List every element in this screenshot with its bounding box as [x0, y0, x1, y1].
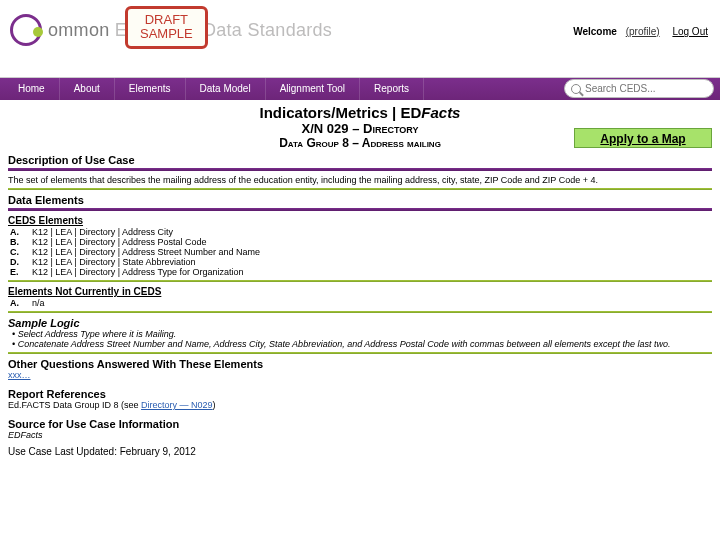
- title-l1a: Indicators/Metrics | ED: [260, 104, 422, 121]
- list-item: B.K12 | LEA | Directory | Address Postal…: [8, 237, 712, 247]
- title-row: Indicators/Metrics | EDFacts X/N 029 – D…: [0, 100, 720, 150]
- report-reference-line: Ed.FACTS Data Group ID 8 (see Directory …: [8, 400, 712, 410]
- sample-logic-section: Sample Logic Select Address Type where i…: [0, 311, 720, 349]
- logo-icon: [10, 14, 42, 46]
- row-label: A.: [8, 227, 32, 237]
- divider: [8, 352, 712, 354]
- sample-logic-head: Sample Logic: [8, 317, 712, 329]
- divider: [8, 188, 712, 190]
- row-text: K12 | LEA | Directory | Address Type for…: [32, 267, 243, 277]
- list-item: E.K12 | LEA | Directory | Address Type f…: [8, 267, 712, 277]
- search-box[interactable]: [564, 79, 714, 98]
- source-section: Source for Use Case Information EDFacts: [0, 418, 720, 440]
- ceds-elements-list: A.K12 | LEA | Directory | Address City B…: [8, 227, 712, 277]
- list-item: Concatenate Address Street Number and Na…: [12, 339, 712, 349]
- row-label: E.: [8, 267, 32, 277]
- updated-section: Use Case Last Updated: February 9, 2012: [0, 446, 720, 457]
- list-item: Select Address Type where it is Mailing.: [12, 329, 712, 339]
- logo-text-prefix: ommon: [48, 20, 115, 40]
- list-item: A.n/a: [8, 298, 712, 308]
- draft-line1: DRAFT: [140, 13, 193, 27]
- draft-line2: SAMPLE: [140, 27, 193, 41]
- ref-prefix: Ed.FACTS Data Group ID 8 (see: [8, 400, 141, 410]
- row-text: K12 | LEA | Directory | State Abbreviati…: [32, 257, 196, 267]
- data-elements-section: Data Elements CEDS Elements A.K12 | LEA …: [0, 188, 720, 308]
- divider: [8, 168, 712, 171]
- header: ommon Education Data Standards DRAFT SAM…: [0, 0, 720, 78]
- report-reference-link[interactable]: Directory — N029: [141, 400, 213, 410]
- updated-text: Use Case Last Updated: February 9, 2012: [8, 446, 712, 457]
- search-icon: [571, 84, 581, 94]
- title-l1b: Facts: [421, 104, 460, 121]
- description-section: Description of Use Case The set of eleme…: [0, 154, 720, 185]
- not-in-ceds-list: A.n/a: [8, 298, 712, 308]
- profile-link[interactable]: (profile): [626, 26, 660, 37]
- row-text: K12 | LEA | Directory | Address City: [32, 227, 173, 237]
- nav-about[interactable]: About: [60, 78, 115, 100]
- nav-alignment-tool[interactable]: Alignment Tool: [266, 78, 360, 100]
- title-line1: Indicators/Metrics | EDFacts: [8, 104, 712, 121]
- logout-link[interactable]: Log Out: [672, 26, 708, 37]
- row-text: K12 | LEA | Directory | Address Postal C…: [32, 237, 207, 247]
- row-label: C.: [8, 247, 32, 257]
- source-head: Source for Use Case Information: [8, 418, 712, 430]
- nav-elements[interactable]: Elements: [115, 78, 186, 100]
- description-text: The set of elements that describes the m…: [8, 175, 712, 185]
- sample-logic-list: Select Address Type where it is Mailing.…: [8, 329, 712, 349]
- nav-bar: Home About Elements Data Model Alignment…: [0, 78, 720, 100]
- report-references-head: Report References: [8, 388, 712, 400]
- divider: [8, 280, 712, 282]
- apply-to-map-button[interactable]: Apply to a Map: [574, 128, 712, 148]
- nav-reports[interactable]: Reports: [360, 78, 424, 100]
- ref-suffix: ): [213, 400, 216, 410]
- row-label: B.: [8, 237, 32, 247]
- ceds-elements-head: CEDS Elements: [8, 215, 712, 226]
- other-questions-head: Other Questions Answered With These Elem…: [8, 358, 712, 370]
- list-item: C.K12 | LEA | Directory | Address Street…: [8, 247, 712, 257]
- list-item: A.K12 | LEA | Directory | Address City: [8, 227, 712, 237]
- welcome-area: Welcome (profile) Log Out: [573, 26, 708, 37]
- row-label: D.: [8, 257, 32, 267]
- divider: [8, 311, 712, 313]
- list-item: D.K12 | LEA | Directory | State Abbrevia…: [8, 257, 712, 267]
- description-head: Description of Use Case: [8, 154, 712, 166]
- row-label: A.: [8, 298, 32, 308]
- divider: [8, 208, 712, 211]
- other-questions-link[interactable]: xxx…: [8, 370, 712, 380]
- search-input[interactable]: [585, 83, 695, 94]
- data-elements-head: Data Elements: [8, 194, 712, 206]
- other-questions-section: Other Questions Answered With These Elem…: [0, 352, 720, 380]
- nav-data-model[interactable]: Data Model: [186, 78, 266, 100]
- row-text: n/a: [32, 298, 45, 308]
- welcome-label: Welcome: [573, 26, 617, 37]
- source-text: EDFacts: [8, 430, 712, 440]
- nav-home[interactable]: Home: [4, 78, 60, 100]
- row-text: K12 | LEA | Directory | Address Street N…: [32, 247, 260, 257]
- not-in-ceds-head: Elements Not Currently in CEDS: [8, 286, 712, 297]
- draft-stamp: DRAFT SAMPLE: [125, 6, 208, 49]
- report-references-section: Report References Ed.FACTS Data Group ID…: [0, 388, 720, 410]
